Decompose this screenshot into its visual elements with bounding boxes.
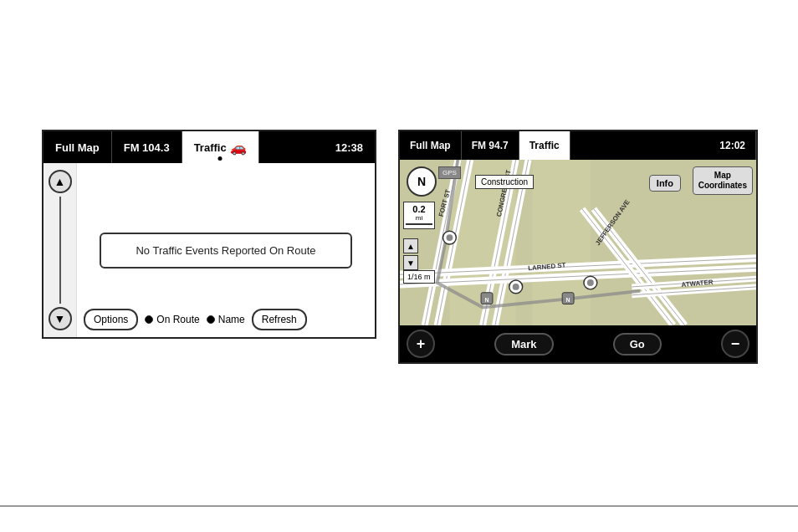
refresh-button[interactable]: Refresh [252,309,307,330]
scroll-up-button[interactable]: ▲ [49,170,72,193]
svg-text:N: N [485,297,489,303]
zoom-in-button[interactable]: + [407,330,435,358]
options-button[interactable]: Options [84,309,138,330]
right-full-map-tab[interactable]: Full Map [400,131,462,160]
car-icon: 🚗 [230,140,247,156]
name-radio [207,315,215,324]
left-full-map-tab[interactable]: Full Map [43,131,112,163]
right-radio-tab[interactable]: FM 94.7 [462,131,519,160]
left-footer: Options On Route Name Refresh [77,309,375,330]
gps-badge: GPS [438,166,461,179]
left-traffic-panel: Full Map FM 104.3 Traffic 🚗 12:38 ▲ ▼ No… [42,130,376,339]
no-traffic-message: No Traffic Events Reported On Route [100,233,352,269]
right-time-display: 12:02 [709,131,756,160]
right-map-panel: Full Map FM 94.7 Traffic 12:02 [398,130,758,364]
map-scroll-up[interactable]: ▲ [403,238,418,253]
right-traffic-tab[interactable]: Traffic [519,131,570,160]
map-coordinates-button[interactable]: Map Coordinates [693,166,753,195]
svg-point-31 [513,284,519,290]
svg-point-29 [446,234,453,241]
map-scroll-controls: ▲ ▼ [403,202,418,270]
on-route-option[interactable]: On Route [145,314,199,325]
left-time-display: 12:38 [324,131,375,163]
scroll-track [59,197,61,304]
name-option[interactable]: Name [207,314,245,325]
svg-text:N: N [566,297,570,303]
left-radio-tab[interactable]: FM 104.3 [112,131,182,163]
svg-point-33 [587,279,594,286]
left-traffic-tab[interactable]: Traffic 🚗 [182,131,259,163]
mark-button[interactable]: Mark [494,333,553,356]
go-button[interactable]: Go [613,333,662,356]
bottom-divider [0,505,798,507]
compass-north: N [407,166,437,197]
info-button[interactable]: Info [649,175,681,192]
right-nav-header: Full Map FM 94.7 Traffic 12:02 [400,131,756,160]
map-area: FORT ST CONGRESS ST LARNED ST JEFFERSON … [400,160,756,325]
scroll-bar: ▲ ▼ [43,163,77,337]
left-nav-header: Full Map FM 104.3 Traffic 🚗 12:38 [43,131,375,163]
scale-small-indicator: 1/16 m [403,270,435,284]
construction-label: Construction [475,175,534,189]
map-scroll-down[interactable]: ▼ [403,255,418,270]
zoom-out-button[interactable]: − [721,330,749,358]
map-footer: + Mark Go − [400,325,756,362]
scroll-down-button[interactable]: ▼ [49,307,72,330]
on-route-radio [145,315,153,324]
